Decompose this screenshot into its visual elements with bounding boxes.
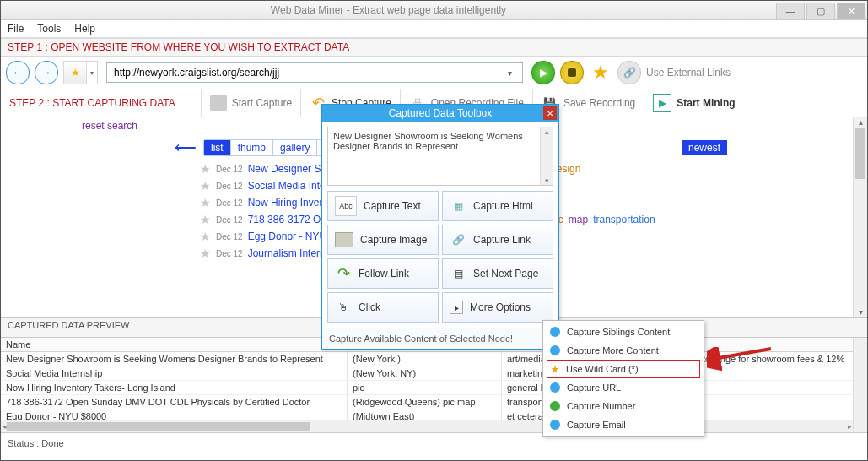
view-list[interactable]: list	[204, 140, 230, 155]
back-button[interactable]: ←	[6, 61, 30, 84]
minimize-button[interactable]: —	[776, 3, 805, 19]
listing-category[interactable]: transportation	[593, 214, 655, 225]
scroll-up-icon[interactable]: ▴	[859, 117, 863, 127]
go-button[interactable]: ▶	[531, 61, 555, 84]
capture-html-button[interactable]: ▦ Capture Html	[442, 191, 553, 221]
captured-data-toolbox-dialog: Captured Data Toolbox ✕ New Designer Sho…	[321, 104, 559, 350]
window-title: Web Data Miner - Extract web page data i…	[1, 4, 776, 16]
follow-link-button[interactable]: ↷ Follow Link	[327, 258, 439, 289]
bookmark-star-icon[interactable]: ★	[592, 62, 609, 84]
menubar: File Tools Help	[1, 20, 867, 38]
html-icon: ▦	[450, 198, 466, 214]
dialog-titlebar[interactable]: Captured Data Toolbox ✕	[322, 105, 558, 122]
table-row[interactable]: Social Media Internship(New York, NY)mar…	[1, 366, 867, 381]
ctx-capture-number[interactable]: Capture Number	[543, 397, 704, 415]
back-arrow-icon[interactable]: ⟵	[175, 138, 197, 157]
more-content-icon	[550, 345, 560, 355]
dialog-footer: Capture Available Content of Selected No…	[322, 328, 558, 349]
view-thumb[interactable]: thumb	[230, 140, 272, 155]
sort-newest[interactable]: newest	[682, 140, 727, 155]
cell: (Ridgewood Queens) pic map	[348, 395, 502, 409]
dialog-close-button[interactable]: ✕	[543, 106, 557, 120]
email-icon	[550, 420, 560, 430]
ctx-capture-siblings[interactable]: Capture Siblings Content	[543, 323, 704, 341]
stop-icon	[568, 68, 576, 77]
next-page-icon: ▤	[450, 265, 466, 282]
image-icon	[335, 232, 353, 247]
more-options-button[interactable]: ▸ More Options	[442, 292, 553, 323]
capture-text-button[interactable]: Abc Capture Text	[327, 191, 439, 221]
ctx-capture-email[interactable]: Capture Email	[543, 415, 704, 434]
map-tag[interactable]: map	[569, 214, 588, 225]
maximize-button[interactable]: ▢	[806, 3, 835, 19]
more-options-icon: ▸	[450, 301, 463, 314]
dialog-selected-text-preview: New Designer Showroom is Seeking Womens …	[327, 127, 553, 186]
horizontal-scrollbar[interactable]: ◂▸	[1, 420, 854, 432]
play-icon: ▶	[540, 67, 547, 79]
external-links-icon-button[interactable]: 🔗	[617, 61, 641, 84]
star-icon: ★	[551, 364, 559, 375]
listing-date: Dec 12	[216, 165, 243, 174]
listing-date: Dec 12	[216, 182, 243, 191]
navbar: ← → ★ ▾ ▾ ▶ ★ 🔗 Use External Links	[1, 57, 867, 89]
vertical-scrollbar[interactable]	[853, 338, 867, 432]
favorite-star-icon[interactable]: ★	[200, 196, 211, 209]
captured-preview-table: Name New Designer Showroom is Seeking Wo…	[1, 338, 867, 432]
close-button[interactable]: ✕	[837, 3, 865, 19]
favorite-star-icon[interactable]: ★	[200, 213, 211, 226]
ctx-capture-more-content[interactable]: Capture More Content	[543, 341, 704, 360]
menu-help[interactable]: Help	[74, 23, 95, 35]
use-external-links-label[interactable]: Use External Links	[646, 67, 731, 79]
start-mining-button[interactable]: ▶ Start Mining	[644, 89, 743, 117]
url-icon	[550, 382, 560, 393]
stop-loading-button[interactable]	[560, 61, 584, 84]
mining-icon: ▶	[653, 94, 671, 112]
cell: (New York )	[348, 352, 502, 366]
url-bar: ▾	[106, 62, 523, 83]
favorite-star-icon[interactable]: ★	[200, 179, 211, 193]
more-options-context-menu: Capture Siblings Content Capture More Co…	[542, 320, 704, 437]
cell: (New York, NY)	[348, 366, 502, 380]
cell: pic	[348, 381, 502, 394]
start-mining-label: Start Mining	[677, 97, 735, 109]
favorite-star-icon[interactable]: ★	[200, 247, 211, 260]
scroll-down-icon[interactable]: ▾	[859, 307, 863, 317]
url-dropdown[interactable]: ▾	[502, 68, 517, 78]
abc-icon: Abc	[335, 196, 357, 216]
start-capture-button[interactable]: Start Capture	[201, 89, 300, 117]
listing-date: Dec 12	[216, 249, 243, 258]
capture-image-button[interactable]: Capture Image	[327, 225, 439, 255]
link-icon: 🔗	[623, 67, 636, 79]
vertical-scrollbar[interactable]: ▴ ▾	[853, 117, 867, 317]
mouse-click-icon: 🖱	[335, 299, 352, 316]
ctx-use-wild-card[interactable]: ★ Use Wild Card (*)	[547, 360, 700, 378]
dialog-title-text: Captured Data Toolbox	[389, 107, 493, 119]
table-row[interactable]: Now Hiring Inventory Takers- Long Island…	[1, 381, 867, 395]
app-window: Web Data Miner - Extract web page data i…	[0, 0, 868, 461]
cell: 718 386-3172 Open Sunday DMV DOT CDL Phy…	[1, 395, 348, 409]
listing-date: Dec 12	[216, 232, 243, 241]
capture-link-button[interactable]: 🔗 Capture Link	[442, 225, 553, 255]
set-next-page-button[interactable]: ▤ Set Next Page	[442, 258, 553, 289]
favorite-star-icon[interactable]: ★	[200, 162, 211, 176]
forward-button[interactable]: →	[35, 61, 58, 84]
cell: New Designer Showroom is Seeking Womens …	[1, 352, 348, 366]
status-bar: Status : Done	[1, 432, 867, 453]
favorites-dropdown[interactable]: ▾	[87, 61, 98, 84]
favorites-button[interactable]: ★	[63, 61, 87, 84]
table-row[interactable]: New Designer Showroom is Seeking Womens …	[1, 352, 867, 366]
url-input[interactable]	[112, 66, 502, 79]
click-button[interactable]: 🖱 Click	[327, 292, 439, 323]
view-mode-segmented: list thumb gallery m	[203, 139, 340, 156]
view-gallery[interactable]: gallery	[272, 140, 316, 155]
listing-link[interactable]: Journalism Intern	[248, 247, 326, 259]
ctx-capture-url[interactable]: Capture URL	[543, 378, 704, 397]
record-icon	[210, 95, 227, 111]
menu-tools[interactable]: Tools	[37, 23, 61, 35]
menu-file[interactable]: File	[8, 23, 24, 35]
favorite-star-icon[interactable]: ★	[200, 230, 211, 243]
listing-date: Dec 12	[216, 198, 243, 208]
column-header[interactable]: Name	[1, 338, 348, 351]
table-row[interactable]: 718 386-3172 Open Sunday DMV DOT CDL Phy…	[1, 395, 867, 409]
preview-scrollbar[interactable]: ▴▾	[540, 127, 553, 185]
